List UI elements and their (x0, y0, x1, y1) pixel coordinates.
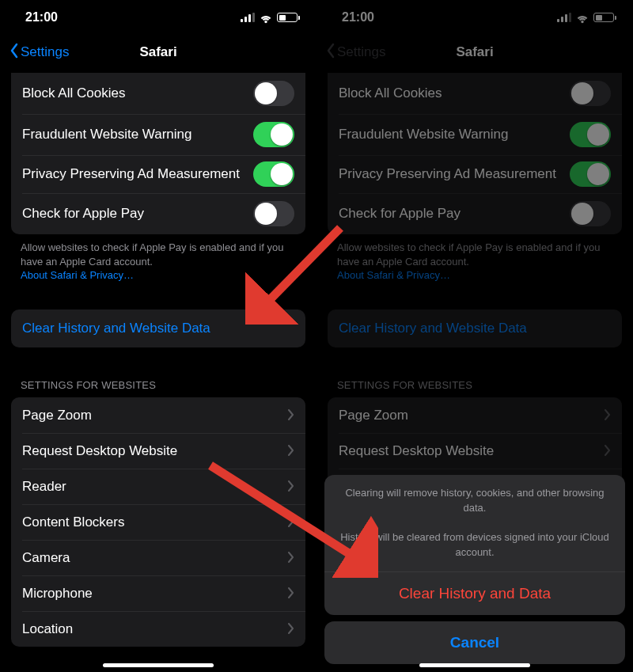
toggle-privacy-ad-measurement[interactable] (253, 161, 294, 187)
row-apple-pay[interactable]: Check for Apple Pay (11, 193, 305, 234)
wifi-icon (260, 13, 272, 22)
clear-history-button: Clear History and Website Data (328, 309, 622, 347)
row-privacy-ad-measurement: Privacy Preserving Ad Measurement (328, 155, 622, 193)
websites-group: Page Zoom Request Desktop Website Reader… (11, 397, 305, 647)
privacy-group: Block All Cookies Fraudulent Website War… (11, 73, 305, 234)
row-label: Request Desktop Website (22, 442, 288, 459)
about-safari-privacy-link[interactable]: About Safari & Privacy… (21, 269, 134, 281)
row-label: Microphone (22, 585, 288, 602)
footer-text: Allow websites to check if Apple Pay is … (337, 241, 600, 268)
wifi-icon (576, 13, 589, 22)
chevron-right-icon (605, 409, 611, 420)
websites-section-header: SETTINGS FOR WEBSITES (316, 374, 633, 397)
back-label: Settings (337, 44, 385, 60)
toggle-block-cookies (570, 81, 611, 106)
back-button: Settings (321, 35, 390, 70)
row-reader[interactable]: Reader (11, 469, 305, 504)
toggle-privacy-ad-measurement (570, 161, 611, 187)
row-label: Request Desktop Website (339, 442, 605, 459)
row-label: Fraudulent Website Warning (22, 126, 253, 142)
toggle-apple-pay[interactable] (253, 201, 294, 226)
page-title: Safari (456, 44, 493, 60)
chevron-left-icon (9, 43, 19, 63)
toggle-fraud-warning[interactable] (253, 122, 294, 147)
nav-bar: Settings Safari (0, 35, 316, 70)
about-safari-privacy-link: About Safari & Privacy… (337, 269, 450, 281)
row-request-desktop[interactable]: Request Desktop Website (11, 433, 305, 469)
row-label: Privacy Preserving Ad Measurement (339, 165, 570, 182)
status-bar: 21:00 (0, 0, 316, 35)
row-block-cookies[interactable]: Block All Cookies (11, 73, 305, 114)
privacy-group: Block All Cookies Fraudulent Website War… (328, 73, 622, 234)
row-microphone[interactable]: Microphone (11, 575, 305, 611)
chevron-right-icon (288, 587, 294, 598)
home-indicator[interactable] (103, 663, 214, 667)
row-label: Privacy Preserving Ad Measurement (22, 165, 253, 182)
status-time: 21:00 (25, 10, 58, 25)
row-label: Content Blockers (22, 514, 288, 530)
row-camera[interactable]: Camera (11, 540, 305, 575)
toggle-block-cookies[interactable] (253, 81, 294, 106)
row-privacy-ad-measurement[interactable]: Privacy Preserving Ad Measurement (11, 155, 305, 193)
row-label: Check for Apple Pay (22, 205, 253, 222)
action-sheet-message: Clearing will remove history, cookies, a… (324, 475, 625, 571)
row-fraud-warning: Fraudulent Website Warning (328, 114, 622, 155)
toggle-apple-pay (570, 201, 611, 226)
row-label: Block All Cookies (339, 85, 570, 101)
nav-bar: Settings Safari (316, 35, 633, 70)
clear-history-group: Clear History and Website Data (11, 309, 305, 347)
clear-history-and-data-button[interactable]: Clear History and Data (324, 572, 625, 615)
privacy-footer: Allow websites to check if Apple Pay is … (0, 234, 316, 283)
row-label: Block All Cookies (22, 85, 253, 101)
action-sheet-card: Clearing will remove history, cookies, a… (324, 475, 625, 615)
screenshot-right: 21:00 Settings Safari Block All Co (316, 0, 633, 672)
footer-text: Allow websites to check if Apple Pay is … (21, 241, 283, 268)
chevron-right-icon (288, 516, 294, 527)
action-sheet: Clearing will remove history, cookies, a… (324, 475, 625, 664)
home-indicator[interactable] (419, 663, 530, 667)
back-label: Settings (21, 44, 69, 60)
chevron-right-icon (288, 623, 294, 634)
row-label: Reader (22, 478, 288, 495)
row-label: Page Zoom (22, 407, 288, 423)
status-time: 21:00 (342, 10, 374, 25)
row-content-blockers[interactable]: Content Blockers (11, 504, 305, 540)
privacy-footer: Allow websites to check if Apple Pay is … (316, 234, 633, 283)
chevron-right-icon (288, 552, 294, 563)
row-page-zoom: Page Zoom (328, 397, 622, 433)
chevron-right-icon (605, 445, 611, 456)
status-icons (557, 13, 614, 22)
row-location[interactable]: Location (11, 611, 305, 647)
status-icons (241, 13, 298, 22)
row-fraud-warning[interactable]: Fraudulent Website Warning (11, 114, 305, 155)
row-request-desktop: Request Desktop Website (328, 433, 622, 469)
toggle-fraud-warning (570, 122, 611, 147)
cellular-icon (241, 13, 255, 22)
chevron-right-icon (288, 480, 294, 492)
row-page-zoom[interactable]: Page Zoom (11, 397, 305, 433)
chevron-left-icon (326, 43, 335, 63)
cellular-icon (557, 13, 571, 22)
row-label: Location (22, 621, 288, 637)
screenshot-left: 21:00 Settings Safari Block All Co (0, 0, 316, 672)
page-title: Safari (139, 44, 176, 60)
status-bar: 21:00 (316, 0, 633, 35)
row-label: Page Zoom (339, 407, 605, 423)
clear-history-group: Clear History and Website Data (328, 309, 622, 347)
sheet-msg-line1: Clearing will remove history, cookies, a… (345, 487, 604, 514)
battery-icon (277, 13, 298, 22)
cancel-button[interactable]: Cancel (324, 621, 625, 664)
battery-icon (593, 13, 614, 22)
back-button[interactable]: Settings (5, 35, 74, 70)
row-label: Camera (22, 549, 288, 566)
clear-history-button[interactable]: Clear History and Website Data (11, 309, 305, 347)
row-label: Check for Apple Pay (339, 205, 570, 222)
sheet-msg-line2: History will be cleared from devices sig… (340, 531, 609, 558)
row-block-cookies: Block All Cookies (328, 73, 622, 114)
chevron-right-icon (288, 445, 294, 456)
chevron-right-icon (288, 409, 294, 420)
row-apple-pay: Check for Apple Pay (328, 193, 622, 234)
websites-section-header: SETTINGS FOR WEBSITES (0, 374, 316, 397)
row-label: Fraudulent Website Warning (339, 126, 570, 142)
